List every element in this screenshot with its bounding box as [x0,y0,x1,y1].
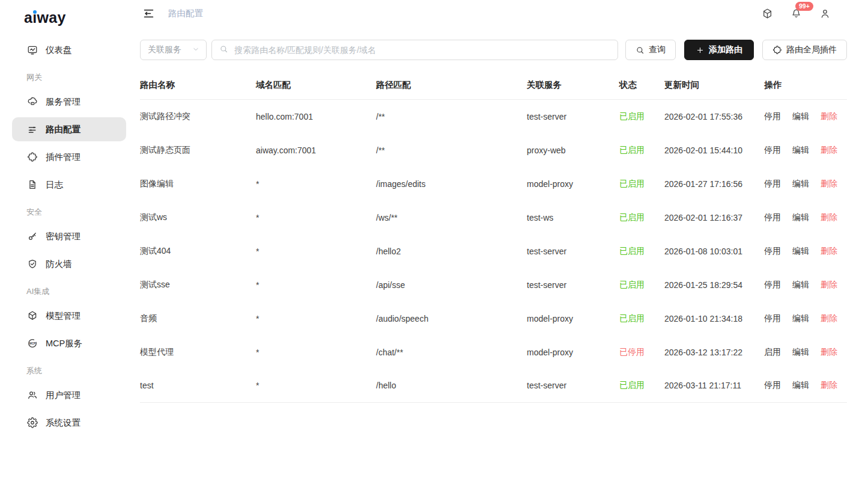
puzzle-icon [27,152,38,162]
toggle-route-action[interactable]: 停用 [764,145,781,155]
sidebar-item-label: 仪表盘 [46,44,72,56]
path-match-cell: /hello2 [376,234,527,268]
service-cell: proxy-web [527,133,619,167]
updated-time-cell: 2026-01-08 10:03:01 [664,234,764,268]
query-button[interactable]: 查询 [625,40,676,60]
sidebar-item-plugin-management[interactable]: 插件管理 [12,145,126,169]
updated-time-cell: 2026-02-01 15:44:10 [664,133,764,167]
toggle-route-action[interactable]: 停用 [764,111,781,121]
bell-icon[interactable]: 99+ [791,8,802,19]
status-badge: 已启用 [619,212,645,222]
sidebar-item-mcp-service[interactable]: MCPMCP服务 [12,331,126,355]
table-row: 测试sse*/api/ssetest-server已启用2026-01-25 1… [140,268,847,302]
column-header: 状态 [619,70,664,100]
edit-route-action[interactable]: 编辑 [792,347,809,357]
delete-route-action[interactable]: 删除 [821,145,837,155]
document-icon [27,179,38,190]
sidebar-item-route-config[interactable]: 路由配置 [12,117,126,141]
mcp-icon: MCP [27,338,38,349]
sidebar-item-label: 插件管理 [46,152,80,163]
query-button-label: 查询 [649,44,666,55]
toggle-route-action[interactable]: 启用 [764,347,781,357]
sidebar-collapse-button[interactable] [142,7,155,20]
domain-match-cell: * [256,302,376,336]
sidebar-item-service-management[interactable]: 服务管理 [12,90,126,114]
service-cell: test-ws [527,201,619,234]
add-route-button[interactable]: 添加路由 [684,40,754,60]
route-global-plugin-button[interactable]: 路由全局插件 [762,40,847,60]
delete-route-action[interactable]: 删除 [821,347,837,357]
sidebar-item-label: 系统设置 [46,417,80,429]
domain-match-cell: * [256,201,376,234]
edit-route-action[interactable]: 编辑 [792,313,809,323]
path-match-cell: /chat/** [376,336,527,369]
edit-route-action[interactable]: 编辑 [792,280,809,289]
delete-route-action[interactable]: 删除 [821,212,837,222]
sidebar-item-system-settings[interactable]: 系统设置 [12,411,126,435]
domain-match-cell: * [256,268,376,302]
shield-icon [27,259,38,269]
table-row: test*/hellotest-server已启用2026-03-11 21:1… [140,369,847,403]
puzzle-icon [772,45,782,55]
service-filter-select[interactable]: 关联服务 [140,40,207,60]
route-name-cell: 图像编辑 [140,167,256,201]
user-icon[interactable] [819,8,831,19]
edit-route-action[interactable]: 编辑 [792,145,809,155]
route-name-cell: test [140,369,256,403]
updated-time-cell: 2026-01-25 18:29:54 [664,268,764,302]
delete-route-action[interactable]: 删除 [821,179,837,188]
column-header: 域名匹配 [256,70,376,100]
sidebar-item-label: 日志 [46,179,63,191]
edit-route-action[interactable]: 编辑 [792,380,809,390]
sidebar-item-label: 服务管理 [46,96,80,108]
toggle-route-action[interactable]: 停用 [764,179,781,188]
edit-route-action[interactable]: 编辑 [792,212,809,222]
sidebar-item-dashboard[interactable]: 仪表盘 [12,38,126,62]
sidebar-item-logs[interactable]: 日志 [12,173,126,197]
route-name-cell: 测试404 [140,234,256,268]
status-badge: 已启用 [619,313,645,323]
table-row: 音频*/audio/speechmodel-proxy已启用2026-01-10… [140,302,847,336]
toggle-route-action[interactable]: 停用 [764,246,781,256]
path-match-cell: /ws/** [376,201,527,234]
search-box [211,40,618,60]
domain-match-cell: aiway.com:7001 [256,133,376,167]
route-icon [27,124,38,135]
path-match-cell: /audio/speech [376,302,527,336]
package-icon[interactable] [762,8,773,19]
delete-route-action[interactable]: 删除 [821,313,837,323]
sidebar-item-label: 用户管理 [46,390,80,401]
service-cell: model-proxy [527,167,619,201]
toggle-route-action[interactable]: 停用 [764,280,781,289]
edit-route-action[interactable]: 编辑 [792,179,809,188]
svg-text:MCP: MCP [29,342,36,345]
delete-route-action[interactable]: 删除 [821,246,837,256]
service-cell: test-server [527,369,619,403]
page-title[interactable]: 路由配置 [168,8,203,19]
toggle-route-action[interactable]: 停用 [764,313,781,323]
service-cell: test-server [527,100,619,133]
domain-match-cell: * [256,369,376,403]
topbar: 路由配置 99+ [135,0,868,26]
sidebar-item-firewall[interactable]: 防火墙 [12,252,126,276]
chevron-down-icon [192,45,200,55]
delete-route-action[interactable]: 删除 [821,380,837,390]
sidebar-item-model-management[interactable]: 模型管理 [12,304,126,328]
search-input[interactable] [233,44,610,55]
route-name-cell: 模型代理 [140,336,256,369]
delete-route-action[interactable]: 删除 [821,280,837,289]
edit-route-action[interactable]: 编辑 [792,111,809,121]
path-match-cell: /api/sse [376,268,527,302]
gear-icon [27,417,38,428]
sidebar-item-key-management[interactable]: 密钥管理 [12,224,126,248]
toggle-route-action[interactable]: 停用 [764,380,781,390]
sidebar-nav: 仪表盘网关服务管理路由配置插件管理日志安全密钥管理防火墙AI集成模型管理MCPM… [0,38,135,435]
table-row: 测试路径冲突hello.com:7001/**test-server已启用202… [140,100,847,133]
main-content: 路由配置 99+ 关联服务 查询 添加路由 路由全局插件 [135,0,868,403]
column-header: 路径匹配 [376,70,527,100]
domain-match-cell: * [256,167,376,201]
edit-route-action[interactable]: 编辑 [792,246,809,256]
sidebar-item-user-management[interactable]: 用户管理 [12,383,126,407]
toggle-route-action[interactable]: 停用 [764,212,781,222]
delete-route-action[interactable]: 删除 [821,111,837,121]
